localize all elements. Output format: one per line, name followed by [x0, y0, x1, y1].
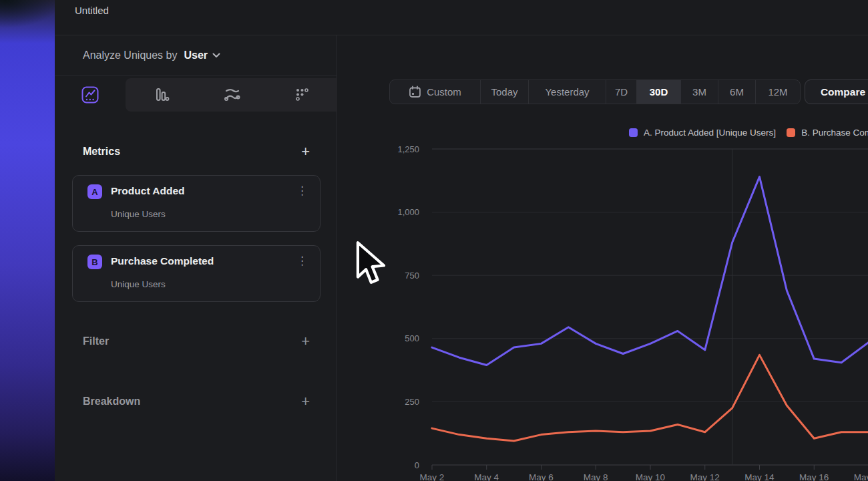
x-axis-label: May 18 [854, 472, 868, 481]
x-axis-label: May 10 [636, 472, 665, 481]
x-axis-label: May 14 [744, 472, 775, 481]
timerange-yesterday[interactable]: Yesterday [528, 80, 606, 104]
retention-grid-icon [292, 86, 311, 104]
timerange-6m[interactable]: 6M [718, 80, 755, 104]
metric-subtitle[interactable]: Unique Users [111, 279, 166, 289]
tab-bar-chart[interactable] [126, 78, 196, 112]
metric-badge-a: A [87, 184, 102, 199]
metrics-header: Metrics + [83, 144, 310, 160]
timerange-custom[interactable]: Custom [390, 80, 480, 104]
analyze-entity-value: User [184, 49, 208, 61]
metric-subtitle[interactable]: Unique Users [111, 209, 166, 219]
timerange-control: Custom Today Yesterday 7D 30D 3M 6M 12M [389, 79, 801, 104]
filter-title: Filter [83, 335, 109, 347]
x-axis-label: May 6 [529, 472, 554, 481]
y-axis-label: 1,250 [397, 144, 419, 154]
tab-flow-chart[interactable] [196, 78, 267, 112]
metric-card-purchase-completed[interactable]: B Purchase Completed Unique Users ⋮ [72, 245, 320, 302]
metric-title: Product Added [111, 185, 185, 197]
add-filter-button[interactable]: + [301, 334, 310, 349]
line-chart-canvas[interactable]: 02505007501,0001,250May 2May 4May 6May 8… [374, 124, 868, 481]
y-axis-label: 250 [405, 397, 419, 407]
y-axis-label: 1,000 [397, 207, 419, 217]
analyze-row: Analyze Uniques by User [55, 35, 337, 75]
timerange-label: Custom [427, 86, 461, 98]
line-chart-icon [81, 86, 99, 104]
add-metric-button[interactable]: + [301, 144, 310, 159]
timerange-30d[interactable]: 30D [636, 80, 680, 104]
metric-title: Purchase Completed [111, 255, 214, 267]
background-gradient-strip [0, 0, 55, 481]
app-header [55, 0, 868, 35]
timerange-12m[interactable]: 12M [755, 80, 800, 104]
y-axis-label: 0 [415, 460, 419, 470]
x-axis-label: May 12 [690, 472, 720, 481]
metric-card-product-added[interactable]: A Product Added Unique Users ⋮ [72, 175, 320, 232]
trend-chart[interactable]: 02505007501,0001,250May 2May 4May 6May 8… [374, 124, 868, 481]
metric-badge-b: B [87, 255, 102, 269]
calendar-icon [409, 86, 421, 98]
metric-options-button[interactable]: ⋮ [296, 184, 308, 198]
compare-button[interactable]: Compare [805, 79, 868, 104]
analyze-label: Analyze Uniques by [83, 49, 177, 61]
breakdown-title: Breakdown [83, 395, 140, 408]
timerange-3m[interactable]: 3M [680, 80, 718, 104]
metric-options-button[interactable]: ⋮ [296, 254, 308, 268]
breakdown-section: Breakdown + [83, 393, 310, 410]
y-axis-label: 500 [405, 333, 419, 343]
filter-section: Filter + [83, 333, 310, 349]
series-line[interactable] [432, 355, 868, 441]
timerange-7d[interactable]: 7D [606, 80, 636, 104]
chart-type-tab-panel [126, 78, 337, 112]
bar-chart-icon [152, 86, 170, 104]
analyze-entity-dropdown[interactable]: User [184, 49, 220, 61]
x-axis-label: May 2 [420, 472, 445, 481]
x-axis-label: May 8 [584, 472, 608, 481]
flow-chart-icon [222, 86, 242, 104]
metrics-title: Metrics [83, 146, 120, 158]
report-title[interactable]: Untitled [75, 4, 109, 17]
app-screen: { "window": { "title": "Untitled" }, "ic… [0, 0, 868, 481]
x-axis-label: May 4 [474, 472, 499, 481]
chevron-down-icon [212, 53, 220, 58]
tab-retention-grid[interactable] [266, 78, 337, 112]
tab-line-chart[interactable] [55, 78, 126, 112]
x-axis-label: May 16 [799, 472, 829, 481]
y-axis-label: 750 [405, 271, 419, 281]
series-line[interactable] [432, 177, 868, 365]
add-breakdown-button[interactable]: + [301, 394, 310, 409]
timerange-today[interactable]: Today [480, 80, 528, 104]
